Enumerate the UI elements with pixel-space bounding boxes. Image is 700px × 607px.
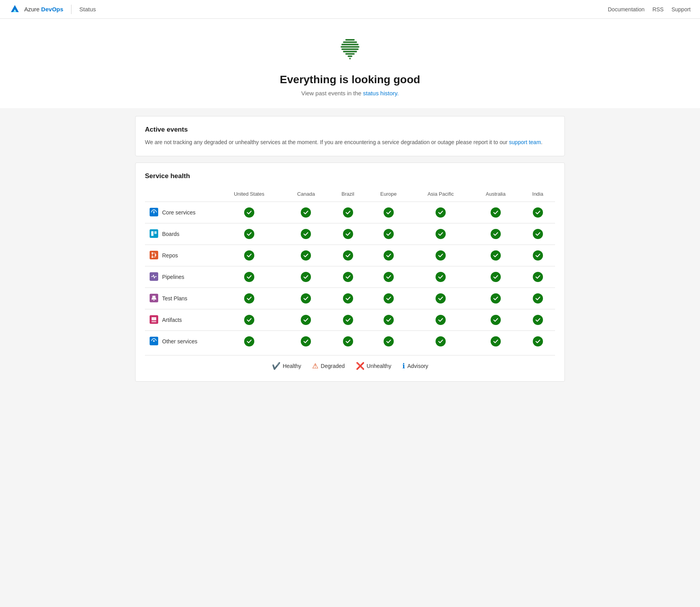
status-cell xyxy=(367,331,411,352)
healthy-check-icon xyxy=(301,207,311,218)
rss-link[interactable]: RSS xyxy=(652,6,664,12)
service-cell-inner: Artifacts xyxy=(150,315,211,325)
service-name-label: Boards xyxy=(162,231,179,237)
header-divider xyxy=(71,5,71,14)
service-name-label: Test Plans xyxy=(162,295,188,302)
healthy-check-icon xyxy=(301,229,311,239)
status-cell xyxy=(283,309,329,331)
status-history-link[interactable]: status history. xyxy=(363,90,398,96)
status-cell xyxy=(283,223,329,245)
svg-rect-3 xyxy=(341,44,359,45)
healthy-check-icon xyxy=(384,250,394,261)
healthy-check-icon xyxy=(436,293,446,304)
active-events-title: Active events xyxy=(145,126,555,134)
healthy-check-icon xyxy=(533,272,543,282)
healthy-check-icon xyxy=(301,272,311,282)
svg-rect-15 xyxy=(150,251,158,259)
status-cell xyxy=(520,223,555,245)
status-cell xyxy=(411,331,471,352)
healthy-check-icon xyxy=(244,229,254,239)
healthy-check-icon xyxy=(436,336,446,346)
table-header-row: United States Canada Brazil Europe Asia … xyxy=(145,188,555,202)
healthy-icon: ✔️ xyxy=(272,362,280,370)
status-cell xyxy=(520,309,555,331)
status-cell xyxy=(283,266,329,288)
artifacts-icon xyxy=(150,315,158,325)
healthy-check-icon xyxy=(244,250,254,261)
svg-rect-14 xyxy=(154,231,157,234)
active-events-post-text: . xyxy=(541,139,543,145)
status-cell xyxy=(215,202,283,223)
table-row: Core services xyxy=(145,202,555,223)
service-name-label: Core services xyxy=(162,209,196,216)
table-row: Artifacts xyxy=(145,309,555,331)
service-cell-inner: Pipelines xyxy=(150,272,211,282)
advisory-label: Advisory xyxy=(407,363,429,369)
healthy-check-icon xyxy=(301,315,311,325)
healthy-check-icon xyxy=(384,207,394,218)
header-left: Azure DevOps Status xyxy=(9,4,96,15)
healthy-check-icon xyxy=(384,293,394,304)
svg-rect-6 xyxy=(343,51,357,52)
healthy-label: Healthy xyxy=(283,363,301,369)
status-cell xyxy=(283,331,329,352)
status-cell xyxy=(520,288,555,309)
col-asia-pacific: Asia Pacific xyxy=(411,188,471,202)
status-cell xyxy=(520,245,555,266)
status-cell xyxy=(471,309,521,331)
svg-rect-13 xyxy=(151,231,154,236)
status-cell xyxy=(329,331,367,352)
hero-subtitle: View past events in the status history. xyxy=(8,90,692,96)
healthy-check-icon xyxy=(244,207,254,218)
healthy-check-icon xyxy=(244,293,254,304)
service-cell: Other services xyxy=(145,331,215,352)
healthy-check-icon xyxy=(436,315,446,325)
support-team-link[interactable]: support team xyxy=(509,139,541,145)
status-cell xyxy=(215,266,283,288)
status-cell xyxy=(471,288,521,309)
unhealthy-label: Unhealthy xyxy=(367,363,391,369)
active-events-pre-text: We are not tracking any degraded or unhe… xyxy=(145,139,509,145)
status-cell xyxy=(283,202,329,223)
service-cell: Boards xyxy=(145,223,215,245)
service-name-label: Repos xyxy=(162,252,178,259)
svg-rect-21 xyxy=(153,300,155,301)
status-cell xyxy=(215,288,283,309)
status-cell xyxy=(411,288,471,309)
status-cell xyxy=(329,288,367,309)
svg-point-26 xyxy=(153,340,155,342)
status-cell xyxy=(283,245,329,266)
healthy-check-icon xyxy=(301,293,311,304)
col-brazil: Brazil xyxy=(329,188,367,202)
main-content: Active events We are not tracking any de… xyxy=(127,116,573,382)
healthy-check-icon xyxy=(343,272,353,282)
status-cell xyxy=(367,223,411,245)
status-cell xyxy=(329,266,367,288)
testplans-icon xyxy=(150,294,158,304)
support-link[interactable]: Support xyxy=(671,6,691,12)
documentation-link[interactable]: Documentation xyxy=(608,6,645,12)
service-cell: Artifacts xyxy=(145,309,215,331)
col-europe: Europe xyxy=(367,188,411,202)
unhealthy-icon: ❌ xyxy=(356,362,364,370)
status-cell xyxy=(215,309,283,331)
repos-icon xyxy=(150,251,158,261)
service-rows: Core servicesBoardsReposPipelinesTest Pl… xyxy=(145,202,555,352)
healthy-check-icon xyxy=(491,315,501,325)
svg-rect-4 xyxy=(341,46,359,48)
healthy-check-icon xyxy=(343,250,353,261)
svg-rect-1 xyxy=(345,39,355,41)
service-cell-inner: Test Plans xyxy=(150,294,211,304)
svg-rect-2 xyxy=(343,41,357,43)
status-cell xyxy=(329,202,367,223)
status-cell xyxy=(411,266,471,288)
service-cell: Core services xyxy=(145,202,215,223)
status-cell xyxy=(215,331,283,352)
svg-rect-9 xyxy=(349,58,351,59)
table-row: Pipelines xyxy=(145,266,555,288)
health-legend: ✔️ Healthy ⚠ Degraded ❌ Unhealthy ℹ Advi… xyxy=(145,355,555,372)
status-cell xyxy=(367,266,411,288)
active-events-card: Active events We are not tracking any de… xyxy=(135,116,565,156)
status-cell xyxy=(411,245,471,266)
status-cell xyxy=(367,202,411,223)
